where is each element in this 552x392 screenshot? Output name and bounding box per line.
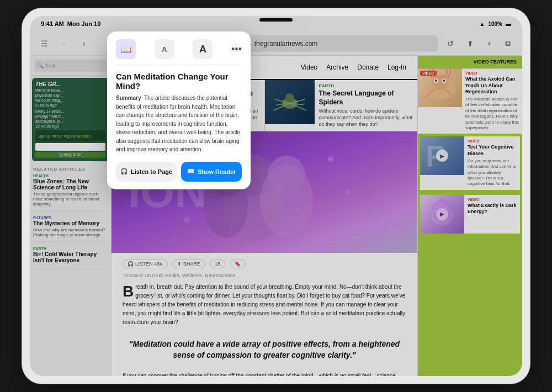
article-actions-bar: 🎧 LISTEN 46K ⬆ SHARE 18 🔖 [123, 259, 406, 268]
video-info-1: VIDEO Test Your Cognitive Biases Do you … [464, 136, 520, 189]
video-info-2: VIDEO What Exactly is Dark Energy? [464, 195, 520, 234]
related-title-1: The Mysteries of Memory [33, 220, 108, 226]
font-large-button[interactable]: A [193, 39, 213, 59]
listen-action[interactable]: 🎧 LISTEN 46K [123, 259, 168, 268]
nav-login[interactable]: Log-In [388, 63, 406, 71]
headphone-icon: 🎧 [128, 261, 134, 267]
video-section-divider-2: ▶ VIDEO What Exactly is Dark Energy? [418, 193, 522, 236]
svg-point-22 [184, 216, 190, 223]
video-desc-1: Do you only seek out information that co… [468, 158, 517, 187]
comment-action[interactable]: 18 [210, 259, 225, 268]
date-display: Mon Jun 10 [67, 20, 101, 27]
share-button[interactable]: ⬆ [463, 36, 478, 51]
popup-toolbar: 📖 A A ••• [116, 39, 242, 65]
browser-chrome: ☰ ‹ › 📄 🔒 thegranularnews.com ↺ ⬆ + ⧉ [30, 31, 522, 56]
video-label-1: VIDEO [468, 139, 517, 143]
battery-display: 100% [488, 21, 502, 27]
featured-desc-1: Without vocal cords, how do spiders comm… [319, 108, 413, 128]
related-article-1[interactable]: FUTURES The Mysteries of Memory How and … [33, 216, 108, 242]
back-button[interactable]: ‹ [56, 36, 72, 51]
svg-point-28 [443, 80, 445, 82]
listen-btn-label: Listen to Page [131, 168, 172, 175]
video-desc-0: The Mexican axolotl is one of few verteb… [465, 97, 519, 131]
video-info-0: VIDEO What the Axolotl Can Teach Us Abou… [462, 68, 522, 134]
article-body-text-1: reath in, breath out. Pay attention to t… [123, 284, 405, 325]
related-article-2[interactable]: EARTH Brr! Cold Water Therapy Isn't for … [33, 247, 108, 269]
font-large-label: A [199, 44, 206, 55]
video-section-divider-1: ▶ P VIDEO Test Your Cognitive Biases Do … [418, 134, 522, 192]
article-paragraph-1: B reath in, breath out. Pay attention to… [123, 283, 406, 327]
listen-label: LISTEN 46K [135, 261, 163, 267]
video-title-1: Test Your Cognitive Biases [468, 144, 517, 157]
video-thumb-2: ▶ [420, 195, 464, 234]
related-tag-0: HEALTH [33, 174, 108, 178]
video-label-tag-0: VIDEO [420, 71, 437, 76]
article-paragraph-2: If you can conquer the challenge of turn… [123, 372, 406, 376]
nav-video[interactable]: Video [301, 63, 317, 71]
svg-text:P: P [426, 139, 446, 173]
related-article-0[interactable]: HEALTH Blue Zones: The New Science of Lo… [33, 174, 108, 211]
wifi-icon: ▲ [480, 21, 485, 27]
time-display: 9:41 AM [41, 20, 64, 27]
reader-btn-label: Show Reader [198, 168, 236, 175]
sidebar-related-section: RELATED ARTICLES HEALTH Blue Zones: The … [30, 163, 111, 277]
bookmark-action[interactable]: 🔖 [230, 259, 246, 268]
featured-article-1[interactable]: EARTH The Secret Language of Spiders Wit… [265, 80, 418, 131]
featured-text-1: EARTH The Secret Language of Spiders Wit… [315, 80, 418, 131]
article-tags: TAGGED UNDER: Health, Wellness, Neurosci… [123, 273, 406, 278]
font-small-label: A [162, 45, 167, 54]
nav-archive[interactable]: Archive [326, 63, 348, 71]
featured-tag-1: EARTH [319, 83, 413, 88]
headphone-icon-popup: 🎧 [120, 168, 128, 175]
svg-point-16 [268, 156, 305, 193]
share-label: SHARE [183, 261, 200, 267]
ipad-screen: 9:41 AM Mon Jun 10 ▲ 100% ▬ ☰ ‹ › 📄 🔒 th… [30, 16, 522, 376]
video-label-2: VIDEO [468, 198, 517, 202]
right-sidebar: VIDEO FEATURES [417, 56, 522, 376]
sidebar-toolbar: 🔍 Sear... [30, 56, 111, 76]
video-card-2[interactable]: ▶ VIDEO What Exactly is Dark Energy? [420, 195, 520, 234]
show-reader-button[interactable]: 📖 Show Reader [181, 162, 242, 182]
video-title-2: What Exactly is Dark Energy? [468, 203, 517, 215]
forward-button[interactable]: › [76, 36, 92, 51]
left-sidebar: 🔍 Sear... THE GR... Will time travel... … [30, 56, 112, 376]
reader-btn-icon: 📖 [187, 168, 195, 175]
svg-point-21 [346, 190, 349, 194]
video-features-header: VIDEO FEATURES [418, 56, 522, 68]
related-tag-1: FUTURES [33, 216, 108, 220]
video-label-0: VIDEO [465, 71, 519, 75]
more-options-button[interactable]: ••• [231, 44, 242, 55]
main-content: 🔍 Sear... THE GR... Will time travel... … [30, 56, 522, 376]
listen-to-page-button[interactable]: 🎧 Listen to Page [116, 162, 177, 182]
video-thumb-1: ▶ P [420, 136, 464, 175]
related-desc-0: These geographical regions each have som… [33, 192, 108, 206]
site-nav: Video Archive Donate Log-In [301, 63, 406, 71]
reload-button[interactable]: ↺ [443, 36, 458, 51]
popup-summary-content: The article discusses the potential bene… [116, 95, 240, 152]
popup-summary-label: Summary [116, 95, 141, 101]
reader-popup: 📖 A A ••• Can Meditation Change Your Min… [107, 31, 251, 189]
add-tab-button[interactable]: + [481, 36, 497, 51]
tabs-button[interactable]: ⧉ [500, 36, 516, 51]
featured-title-1: The Secret Language of Spiders [319, 89, 413, 107]
share-icon: ⬆ [177, 261, 182, 267]
article-body: 🎧 LISTEN 46K ⬆ SHARE 18 🔖 TAGGED UNDER: … [112, 253, 417, 376]
sidebar-search-field[interactable]: 🔍 Sear... [34, 60, 107, 72]
font-small-button[interactable]: A [155, 39, 174, 59]
sidebar-promo: THE GR... Will time travel... physicists… [32, 78, 109, 161]
nav-donate[interactable]: Donate [357, 63, 379, 71]
share-action[interactable]: ⬆ SHARE [172, 259, 205, 268]
svg-point-27 [435, 80, 437, 82]
reader-icon-button[interactable]: 📖 [116, 39, 136, 59]
url-display: thegranularnews.com [254, 40, 318, 47]
popup-article-title: Can Meditation Change Your Mind? [116, 72, 242, 91]
drop-cap-b: B [123, 285, 134, 298]
video-title-0: What the Axolotl Can Teach Us About Rege… [465, 76, 519, 96]
sidebar-toggle-button[interactable]: ☰ [36, 36, 52, 51]
popup-action-buttons: 🎧 Listen to Page 📖 Show Reader [116, 162, 242, 182]
related-title-0: Blue Zones: The New Science of Long Life [33, 178, 108, 190]
video-thumb-0: VIDEO [418, 68, 462, 107]
video-card-1[interactable]: ▶ P VIDEO Test Your Cognitive Biases Do … [420, 136, 520, 189]
video-card-0[interactable]: VIDEO VIDEO What the Axolotl Can Teach U… [418, 68, 522, 134]
featured-thumb-1 [265, 80, 315, 124]
